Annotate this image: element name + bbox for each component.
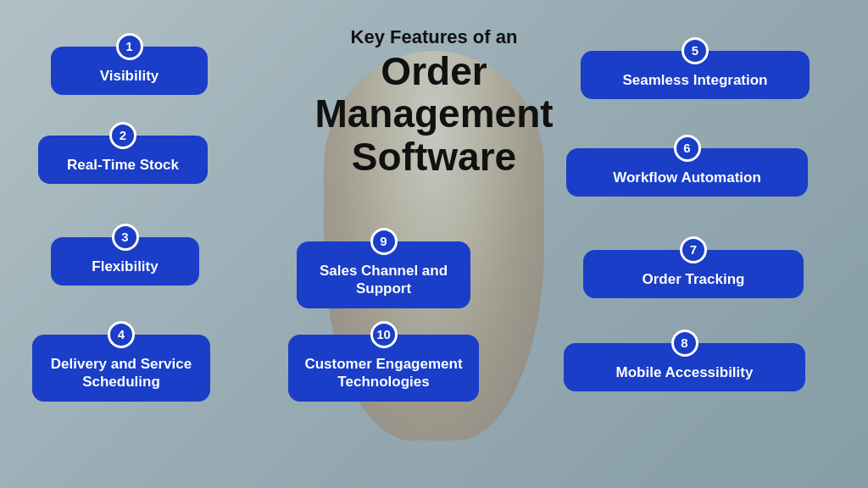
feature-number-8: 8 <box>671 330 698 357</box>
feature-number-4: 4 <box>108 321 135 348</box>
feature-card-9: 9 Sales Channel andSupport <box>297 241 470 308</box>
feature-label-10: Customer EngagementTechnologies <box>302 355 465 391</box>
feature-card-7: 7 Order Tracking <box>583 250 804 298</box>
feature-number-9: 9 <box>370 228 398 255</box>
feature-label-6: Workflow Automation <box>580 169 794 186</box>
feature-label-2: Real-Time Stock <box>52 156 194 174</box>
feature-number-6: 6 <box>674 135 701 162</box>
feature-card-8: 8 Mobile Accessibility <box>564 343 805 391</box>
feature-card-4: 4 Delivery and ServiceScheduling <box>32 335 210 402</box>
feature-number-10: 10 <box>370 321 398 348</box>
feature-label-4: Delivery and ServiceScheduling <box>46 355 197 391</box>
content-layer: Key Features of an Order Management Soft… <box>0 0 868 488</box>
feature-label-7: Order Tracking <box>597 270 790 288</box>
title-subtitle: Key Features of an <box>298 25 570 50</box>
title-block: Key Features of an Order Management Soft… <box>298 25 570 178</box>
feature-card-1: 1 Visibility <box>51 47 208 95</box>
feature-label-1: Visibility <box>64 67 194 85</box>
feature-number-5: 5 <box>682 37 709 64</box>
feature-number-3: 3 <box>112 224 139 251</box>
feature-label-8: Mobile Accessibility <box>577 363 792 381</box>
feature-number-1: 1 <box>116 33 143 60</box>
feature-label-5: Seamless Integration <box>594 71 796 89</box>
feature-card-3: 3 Flexibility <box>51 237 199 286</box>
title-main: Order Management Software <box>298 50 570 179</box>
feature-card-2: 2 Real-Time Stock <box>38 136 208 184</box>
feature-label-9: Sales Channel andSupport <box>310 262 457 298</box>
feature-card-10: 10 Customer EngagementTechnologies <box>288 335 479 402</box>
feature-card-6: 6 Workflow Automation <box>566 148 808 197</box>
feature-number-2: 2 <box>109 122 136 149</box>
feature-label-3: Flexibility <box>64 258 186 275</box>
feature-number-7: 7 <box>680 236 707 263</box>
feature-card-5: 5 Seamless Integration <box>581 51 810 99</box>
